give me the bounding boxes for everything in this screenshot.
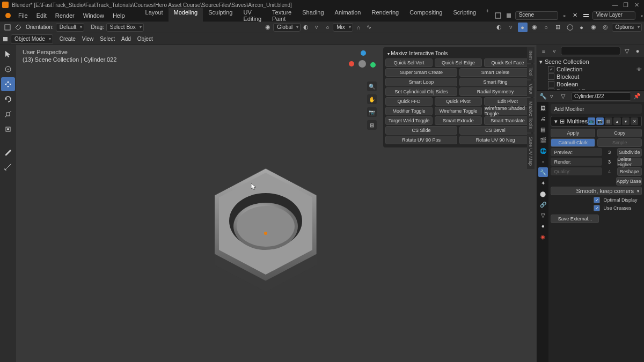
gizmo-icon[interactable]	[13, 23, 23, 32]
gizmo-x-axis[interactable]	[349, 61, 354, 67]
orientation-dropdown[interactable]: Default	[56, 23, 85, 32]
mod-show-viewport[interactable]: 📺	[588, 117, 595, 125]
collection-vis-icon[interactable]: 👁	[636, 67, 642, 72]
falloff-icon[interactable]: ∩	[354, 23, 363, 32]
btn-radial-symmetry[interactable]: Radial Symmetry	[459, 87, 531, 96]
tool-transform[interactable]	[1, 122, 15, 136]
tab-sure-uv[interactable]: Sure UV Map	[527, 134, 535, 169]
close-button[interactable]: ✕	[631, 2, 642, 9]
gizmo-z-axis[interactable]	[361, 50, 366, 56]
btn-quick-ffd[interactable]: Quick FFD	[385, 97, 433, 106]
menu-file[interactable]: File	[14, 12, 32, 19]
mod-show-edit[interactable]: ▤	[605, 117, 612, 125]
tool-measure[interactable]	[1, 160, 15, 174]
outliner-item-collection[interactable]: Collection 👁	[539, 65, 642, 73]
ptab-particles[interactable]: ✦	[538, 178, 548, 188]
outliner-search-input[interactable]	[561, 47, 620, 55]
drag-dropdown[interactable]: Select Box	[106, 23, 144, 32]
scene-name-input[interactable]: Scene	[515, 11, 558, 20]
menu-render[interactable]: Render	[51, 12, 79, 19]
add-modifier-dropdown[interactable]: Add Modifier	[551, 104, 642, 114]
btn-rotate-uv-pos[interactable]: Rotate UV 90 Pos	[385, 136, 457, 144]
ptab-output[interactable]: 🖨	[538, 114, 548, 123]
shade2-icon[interactable]: ●	[577, 23, 587, 32]
chk-creases[interactable]	[594, 205, 600, 211]
ptab-world[interactable]: 🌐	[538, 146, 548, 156]
menu-view[interactable]: View	[79, 36, 97, 42]
tab-tool[interactable]: Tool	[527, 64, 535, 80]
global-dropdown[interactable]: Global	[273, 23, 301, 32]
tab-animation[interactable]: Animation	[330, 8, 367, 24]
tool-annotate[interactable]	[1, 145, 15, 159]
btn-delete-higher[interactable]: Delete Higher	[617, 158, 642, 166]
btn-quick-sel-face[interactable]: Quick Sel Face	[484, 58, 531, 67]
snap-target-icon[interactable]: ▿	[312, 23, 321, 32]
shading-solid-icon[interactable]: ●	[518, 23, 528, 32]
transform-space-icon[interactable]: ◉	[263, 23, 273, 32]
shading-rendered-icon[interactable]: ○	[541, 23, 551, 32]
btn-quick-sel-edge[interactable]: Quick Sel Edge	[435, 58, 482, 67]
shading-material-icon[interactable]: ◉	[530, 23, 539, 32]
viewport-canvas[interactable]: User Perspective (13) Scene Collection |…	[16, 45, 537, 362]
mesh-hexnut[interactable]	[196, 158, 335, 297]
tab-sculpting[interactable]: Sculpting	[203, 8, 238, 24]
ptab-render[interactable]: 🖼	[538, 103, 548, 113]
outliner-filter-icon[interactable]: ▽	[623, 47, 631, 55]
props-pin2-icon[interactable]: 📌	[633, 93, 642, 100]
perspective-icon[interactable]: ⊞	[367, 120, 377, 130]
mode-dropdown[interactable]: Object Mode	[11, 34, 53, 44]
scene-new-icon[interactable]: ▫	[560, 11, 569, 20]
camera-icon[interactable]: 📷	[367, 107, 377, 117]
blockout-checkbox[interactable]	[548, 73, 554, 80]
outliner-scene-collection[interactable]: ▾ Scene Collection	[539, 58, 642, 65]
tab-rendering[interactable]: Rendering	[366, 8, 404, 24]
props-pin-icon[interactable]: ▿	[550, 93, 559, 100]
tab-uv-editing[interactable]: UV Editing	[238, 8, 267, 24]
props-type-icon[interactable]: 🔧	[539, 93, 548, 100]
tool-scale[interactable]	[1, 107, 15, 121]
btn-smart-ring[interactable]: Smart Ring	[459, 78, 531, 86]
ptab-constraints[interactable]: 🔗	[538, 200, 548, 209]
menu-select[interactable]: Select	[97, 36, 118, 42]
snap-icon[interactable]: ◐	[301, 23, 311, 32]
btn-wireframe-shaded[interactable]: Wireframe Shaded Toggle	[484, 107, 531, 115]
mix-dropdown[interactable]: Mix	[333, 23, 353, 32]
btn-quick-sel-vert[interactable]: Quick Sel Vert	[385, 58, 433, 67]
btn-copy[interactable]: Copy	[597, 129, 642, 137]
tab-view[interactable]: View	[527, 80, 535, 97]
menu-window[interactable]: Window	[79, 12, 108, 19]
tool-rotate[interactable]	[1, 92, 15, 106]
viewlayer-name-input[interactable]: View Layer	[592, 11, 635, 20]
mod-move-down[interactable]: ▾	[622, 117, 630, 125]
viewlayer-icon[interactable]	[582, 11, 590, 20]
gizmo-center[interactable]	[358, 60, 366, 68]
zoom-icon[interactable]: 🔍	[367, 82, 377, 91]
ptab-modifier[interactable]: 🔧	[538, 167, 548, 177]
shade1-icon[interactable]: ◯	[565, 23, 575, 32]
proportional-icon[interactable]: ○	[323, 23, 332, 32]
menu-edit[interactable]: Edit	[32, 12, 51, 19]
btn-apply[interactable]: Apply	[551, 129, 595, 137]
add-workspace-button[interactable]: +	[481, 8, 493, 24]
active-object-name[interactable]: Cylinder.022	[572, 92, 631, 101]
btn-cs-slide[interactable]: CS Slide	[385, 126, 457, 135]
maxivz-header[interactable]: Maxivz Interactive Tools	[385, 49, 531, 57]
tab-item[interactable]: Item	[527, 47, 535, 63]
btn-quick-pivot[interactable]: Quick Pivot	[435, 97, 482, 106]
menu-object[interactable]: Object	[134, 36, 156, 42]
label-render[interactable]: Render:	[551, 158, 602, 166]
outliner-type-icon[interactable]: ≡	[539, 47, 548, 55]
btn-simple[interactable]: Simple	[597, 138, 642, 147]
btn-edit-pivot[interactable]: Edit Pivot	[484, 97, 531, 106]
overlay-icon[interactable]: ⊞	[553, 23, 563, 32]
mod-move-up[interactable]: ▴	[613, 117, 621, 125]
btn-catmull-clark[interactable]: Catmull-Clark	[551, 138, 595, 147]
btn-subdivide[interactable]: Subdivide	[617, 148, 642, 157]
outliner-display-icon[interactable]: ▿	[550, 47, 559, 55]
shade4-icon[interactable]: ◎	[601, 23, 610, 32]
btn-super-smart-create[interactable]: Super Smart Create	[385, 68, 457, 77]
tab-scripting[interactable]: Scripting	[448, 8, 481, 24]
tab-maxivz[interactable]: Maxivz Tools	[527, 98, 535, 132]
btn-modifier-toggle[interactable]: Modifier Toggle	[385, 107, 433, 115]
tab-texture-paint[interactable]: Texture Paint	[267, 8, 297, 24]
